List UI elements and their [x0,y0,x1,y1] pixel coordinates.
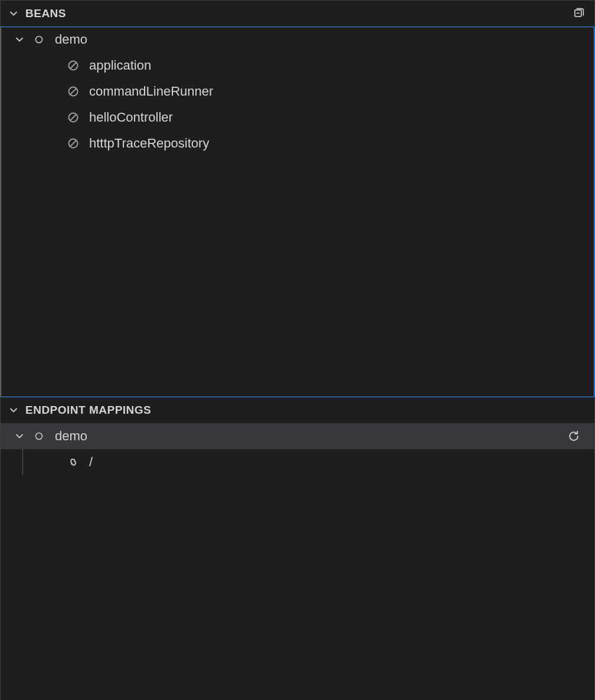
beans-tree[interactable]: demo application commandLineRunner [1,27,594,397]
bean-item-label: helloController [89,110,173,125]
chevron-down-icon [12,429,27,443]
svg-point-10 [36,433,42,440]
svg-line-9 [70,140,76,146]
svg-line-7 [70,115,76,120]
disabled-icon [66,110,81,125]
chevron-down-icon [6,6,21,21]
circle-outline-icon [31,32,47,47]
beans-project-label: demo [55,32,87,47]
svg-line-3 [70,63,76,68]
endpoint-section-header[interactable]: ENDPOINT MAPPINGS [1,397,594,423]
endpoint-item[interactable]: / [1,449,594,475]
bean-item[interactable]: commandLineRunner [1,78,594,104]
svg-point-1 [36,37,42,43]
endpoint-tree[interactable]: demo / [1,423,594,700]
beans-section-title: BEANS [25,7,66,20]
svg-line-5 [70,89,76,94]
link-icon [66,454,81,470]
bean-item-label: htttpTraceRepository [89,136,209,151]
bean-item[interactable]: helloController [1,104,594,130]
bean-item-label: application [89,58,151,73]
endpoint-section-title: ENDPOINT MAPPINGS [25,404,151,417]
disabled-icon [66,58,81,73]
bean-item[interactable]: htttpTraceRepository [1,130,594,156]
chevron-down-icon [6,403,21,417]
endpoint-item-label: / [89,454,93,470]
beans-project-row[interactable]: demo [1,27,594,53]
circle-outline-icon [31,428,47,444]
bean-item[interactable]: application [1,53,594,78]
disabled-icon [66,84,81,99]
bean-item-label: commandLineRunner [89,84,213,99]
endpoint-project-row[interactable]: demo [1,423,594,449]
disabled-icon [66,136,81,151]
refresh-button[interactable] [565,427,583,445]
beans-section-header[interactable]: BEANS [1,1,594,27]
collapse-all-button[interactable] [570,5,587,22]
chevron-down-icon [12,32,27,47]
endpoint-project-label: demo [55,428,87,444]
